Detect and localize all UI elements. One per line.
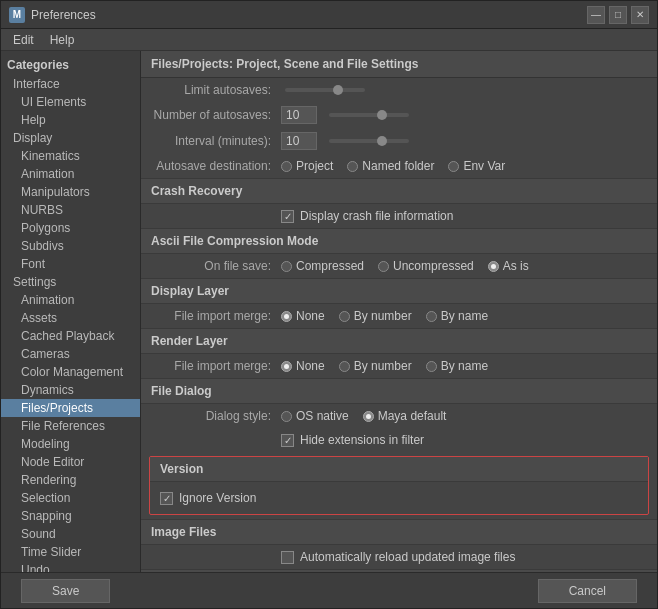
sidebar-item-time-slider[interactable]: Time Slider [1,543,140,561]
autosave-dest-label: Autosave destination: [151,159,281,173]
render-layer-header: Render Layer [141,328,657,354]
crash-section: Crash Recovery Display crash file inform… [141,178,657,228]
interval-input[interactable] [281,132,317,150]
radio-dl-by-number[interactable]: By number [339,309,412,323]
sidebar-item-files-projects[interactable]: Files/Projects [1,399,140,417]
radio-rl-none-circle [281,361,292,372]
sidebar-item-font[interactable]: Font [1,255,140,273]
hide-extensions-row: Hide extensions in filter [141,428,657,452]
crash-checkbox-item[interactable]: Display crash file information [281,209,453,223]
version-section: Version Ignore Version [149,456,649,515]
sidebar-item-snapping[interactable]: Snapping [1,507,140,525]
ascii-label: On file save: [151,259,281,273]
sidebar-item-help[interactable]: Help [1,111,140,129]
radio-dl-none[interactable]: None [281,309,325,323]
crash-checkbox[interactable] [281,210,294,223]
radio-maya-default[interactable]: Maya default [363,409,447,423]
sidebar-item-undo[interactable]: Undo [1,561,140,572]
sidebar-item-manipulators[interactable]: Manipulators [1,183,140,201]
radio-as-is-circle [488,261,499,272]
limit-autosaves-row: Limit autosaves: [141,78,657,102]
save-button[interactable]: Save [21,579,110,603]
ignore-version-item[interactable]: Ignore Version [160,491,256,505]
radio-rl-none[interactable]: None [281,359,325,373]
sidebar-item-ui-elements[interactable]: UI Elements [1,93,140,111]
number-autosaves-slider[interactable] [329,113,409,117]
radio-rl-by-name[interactable]: By name [426,359,488,373]
number-autosaves-label: Number of autosaves: [151,108,281,122]
ascii-header: Ascii File Compression Mode [141,228,657,254]
sidebar-item-dynamics[interactable]: Dynamics [1,381,140,399]
sidebar-item-cameras[interactable]: Cameras [1,345,140,363]
radio-as-is[interactable]: As is [488,259,529,273]
radio-maya-default-circle [363,411,374,422]
radio-env-var[interactable]: Env Var [448,159,505,173]
interval-row: Interval (minutes): [141,128,657,154]
version-content: Ignore Version [150,482,648,514]
dialog-style-controls: OS native Maya default [281,409,446,423]
radio-project[interactable]: Project [281,159,333,173]
image-files-section: Image Files Automatically reload updated… [141,519,657,569]
radio-compressed-label: Compressed [296,259,364,273]
menu-edit[interactable]: Edit [5,31,42,49]
hide-extensions-checkbox[interactable] [281,434,294,447]
radio-uncompressed-label: Uncompressed [393,259,474,273]
crash-checkbox-row: Display crash file information [141,204,657,228]
radio-rl-by-number[interactable]: By number [339,359,412,373]
reload-image-item[interactable]: Automatically reload updated image files [281,550,515,564]
radio-os-native[interactable]: OS native [281,409,349,423]
menu-help[interactable]: Help [42,31,83,49]
minimize-button[interactable]: — [587,6,605,24]
limit-autosaves-slider[interactable] [285,88,365,92]
cancel-button[interactable]: Cancel [538,579,637,603]
display-layer-label: File import merge: [151,309,281,323]
settings-content[interactable]: Limit autosaves: Number of autosaves: [141,78,657,572]
sidebar-item-polygons[interactable]: Polygons [1,219,140,237]
sidebar-item-file-references[interactable]: File References [1,417,140,435]
sidebar-item-color-management[interactable]: Color Management [1,363,140,381]
footer: Save Cancel [1,572,657,608]
sidebar-item-cached-playback[interactable]: Cached Playback [1,327,140,345]
crash-header: Crash Recovery [141,178,657,204]
display-layer-controls: None By number By name [281,309,488,323]
sidebar-item-display[interactable]: Display [1,129,140,147]
sidebar-item-assets[interactable]: Assets [1,309,140,327]
sidebar-item-nurbs[interactable]: NURBS [1,201,140,219]
radio-os-native-circle [281,411,292,422]
reload-image-checkbox[interactable] [281,551,294,564]
app-icon: M [9,7,25,23]
close-button[interactable]: ✕ [631,6,649,24]
radio-project-circle [281,161,292,172]
sidebar-item-animation-display[interactable]: Animation [1,165,140,183]
number-autosaves-controls [281,106,413,124]
panel-header: Files/Projects: Project, Scene and File … [141,51,657,78]
sidebar-item-node-editor[interactable]: Node Editor [1,453,140,471]
sidebar-item-kinematics[interactable]: Kinematics [1,147,140,165]
ignore-version-row: Ignore Version [160,486,638,510]
sidebar-item-settings[interactable]: Settings [1,273,140,291]
sidebar-item-selection[interactable]: Selection [1,489,140,507]
radio-uncompressed[interactable]: Uncompressed [378,259,474,273]
sidebar-item-rendering[interactable]: Rendering [1,471,140,489]
interval-slider[interactable] [329,139,409,143]
maximize-button[interactable]: □ [609,6,627,24]
sidebar-item-subdivs[interactable]: Subdivs [1,237,140,255]
sidebar-item-sound[interactable]: Sound [1,525,140,543]
radio-rl-by-name-circle [426,361,437,372]
sidebar-item-modeling[interactable]: Modeling [1,435,140,453]
number-autosaves-row: Number of autosaves: [141,102,657,128]
hide-extensions-item[interactable]: Hide extensions in filter [281,433,424,447]
categories-label: Categories [1,55,140,75]
sidebar-item-animation[interactable]: Animation [1,291,140,309]
radio-env-var-label: Env Var [463,159,505,173]
radio-compressed[interactable]: Compressed [281,259,364,273]
sidebar-item-interface[interactable]: Interface [1,75,140,93]
number-autosaves-input[interactable] [281,106,317,124]
radio-os-native-label: OS native [296,409,349,423]
radio-dl-by-name[interactable]: By name [426,309,488,323]
display-layer-row: File import merge: None By number [141,304,657,328]
version-header: Version [150,457,648,482]
display-layer-header: Display Layer [141,278,657,304]
ignore-version-checkbox[interactable] [160,492,173,505]
radio-named-folder[interactable]: Named folder [347,159,434,173]
